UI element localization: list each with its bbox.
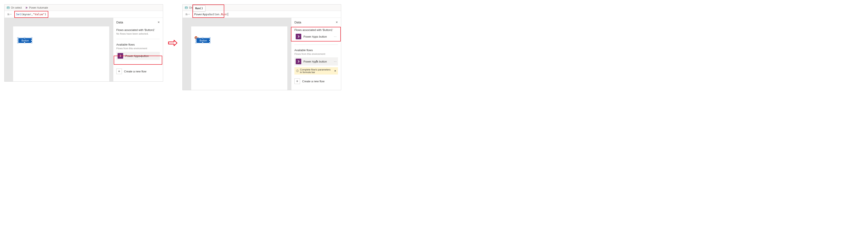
data-panel: Data ✕ Flows associated with 'Button1' P… xyxy=(291,18,341,90)
power-automate-icon xyxy=(25,6,28,9)
associated-empty: No flows have been selected. xyxy=(116,32,160,35)
associated-flow-item[interactable]: Power Apps button ··· xyxy=(294,32,338,40)
resize-handle[interactable] xyxy=(209,39,211,41)
associated-header: Flows associated with 'Button1' xyxy=(116,28,160,32)
intellisense-tooltip: Run() xyxy=(193,5,205,11)
power-automate-label: Power Automate xyxy=(29,6,48,9)
flow-item-label: Power Apps button xyxy=(125,54,149,58)
resize-handle[interactable] xyxy=(209,37,211,39)
pane-before: On select Power Automate fx ▾ Set(myvar,… xyxy=(4,4,163,82)
canvas-area: ✕ ▾ Button Data ✕ Flows associated with … xyxy=(183,18,341,90)
fx-label: fx xyxy=(7,13,9,16)
on-select-icon xyxy=(7,6,10,9)
formula-bar: fx ▾ Set(myvar,"Value") xyxy=(4,11,163,18)
on-select-label: On xyxy=(189,6,192,9)
close-icon[interactable]: ✕ xyxy=(157,21,160,24)
power-automate-button[interactable]: Power Automate xyxy=(25,6,48,9)
divider xyxy=(116,39,160,39)
on-select-property[interactable]: On select xyxy=(7,6,22,9)
data-panel-title: Data xyxy=(116,20,123,24)
svg-rect-0 xyxy=(7,7,9,8)
warning-text: Complete flow's parameters in formula ba… xyxy=(300,68,333,74)
flow-menu-button[interactable]: ··· xyxy=(334,60,337,63)
on-select-label: On select xyxy=(11,6,22,9)
resize-handle[interactable] xyxy=(24,42,25,44)
available-header: Available flows xyxy=(294,49,338,52)
flow-icon xyxy=(296,34,301,39)
close-icon[interactable]: ✕ xyxy=(336,21,338,24)
create-flow-button[interactable]: + Create a new flow xyxy=(116,68,160,74)
data-panel: Data ✕ Flows associated with 'Button1' N… xyxy=(113,18,163,81)
transition-arrow xyxy=(167,4,178,82)
resize-handle[interactable] xyxy=(209,42,211,44)
formula-bar: fx ▾ PowerAppsbutton.Run( xyxy=(183,11,341,18)
resize-handle[interactable] xyxy=(31,42,32,44)
resize-handle[interactable] xyxy=(17,39,19,41)
fx-button[interactable]: fx ▾ xyxy=(183,11,192,18)
available-sub: Flows from this environment xyxy=(116,47,160,50)
toolbar: On select Power Automate xyxy=(4,4,163,11)
flow-item[interactable]: Power Apps button ↖ ··· xyxy=(294,57,338,65)
formula-input[interactable]: PowerAppsbutton.Run( xyxy=(192,11,341,18)
resize-handle[interactable] xyxy=(202,42,204,44)
formula-input[interactable]: Set(myvar,"Value") xyxy=(14,11,163,18)
chevron-down-icon: ▾ xyxy=(188,13,189,15)
info-icon: ⓘ xyxy=(296,70,299,73)
create-flow-button[interactable]: + Create a new flow xyxy=(294,78,338,84)
create-flow-label: Create a new flow xyxy=(302,80,324,83)
available-sub: Flows from this environment xyxy=(294,53,338,55)
data-panel-title: Data xyxy=(294,20,301,24)
plus-icon: + xyxy=(116,68,122,74)
flow-item[interactable]: Power Apps button ↖ ··· xyxy=(116,52,160,60)
svg-rect-1 xyxy=(185,7,188,8)
flow-item-label: Power Apps button xyxy=(303,60,327,63)
resize-handle[interactable] xyxy=(24,37,25,39)
on-select-property[interactable]: On xyxy=(185,6,192,9)
flow-icon xyxy=(118,53,123,59)
resize-handle[interactable] xyxy=(202,37,204,39)
dismiss-warning-button[interactable]: ✕ xyxy=(334,70,336,73)
flow-menu-button[interactable]: ··· xyxy=(156,54,159,57)
resize-handle[interactable] xyxy=(17,42,19,44)
create-flow-label: Create a new flow xyxy=(124,70,146,73)
associated-header: Flows associated with 'Button1' xyxy=(294,28,338,32)
fx-button[interactable]: fx ▾ xyxy=(4,11,14,18)
resize-handle[interactable] xyxy=(31,39,32,41)
resize-handle[interactable] xyxy=(195,42,197,44)
flow-icon xyxy=(296,59,301,64)
resize-handle[interactable] xyxy=(31,37,32,39)
resize-handle[interactable] xyxy=(195,39,197,41)
on-select-icon xyxy=(185,6,188,9)
chevron-down-icon: ▾ xyxy=(10,13,11,15)
fx-label: fx xyxy=(186,13,188,16)
canvas[interactable]: Button xyxy=(13,26,109,81)
available-header: Available flows xyxy=(116,43,160,46)
resize-handle[interactable] xyxy=(17,37,19,39)
toolbar: On xyxy=(183,4,341,11)
pane-after: On Run() fx ▾ PowerAppsbutton.Run( ✕ ▾ B… xyxy=(182,4,341,90)
canvas-area: Button Data ✕ Flows associated with 'But… xyxy=(4,18,163,81)
resize-handle[interactable] xyxy=(195,37,197,39)
canvas[interactable]: ✕ ▾ Button xyxy=(191,26,287,90)
flow-menu-button[interactable]: ··· xyxy=(334,35,337,38)
warning-bar: ⓘ Complete flow's parameters in formula … xyxy=(294,67,338,75)
plus-icon: + xyxy=(294,78,300,84)
text-cursor xyxy=(228,13,228,16)
flow-item-label: Power Apps button xyxy=(303,35,327,38)
